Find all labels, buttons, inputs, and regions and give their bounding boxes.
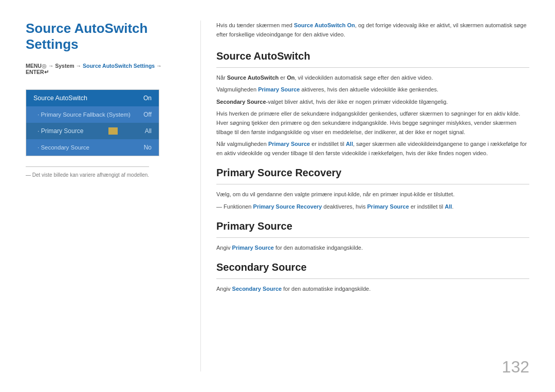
menu-item-primary-fallback[interactable]: · Primary Source Fallback (System) Off [26, 106, 159, 123]
menu-item-label: · Secondary Source [38, 144, 89, 151]
menu-item-value: No [144, 144, 152, 151]
menu-item-value-all: All [145, 127, 152, 135]
section-divider [216, 278, 529, 279]
breadcrumb: MENU◎ → System → Source AutoSwitch Setti… [26, 63, 185, 75]
section-title-secondary: Secondary Source [216, 262, 529, 273]
section-divider [216, 237, 529, 238]
page-number: 132 [502, 358, 529, 377]
section-body-primary: Angiv Primary Source for den automatiske… [216, 243, 529, 252]
section-divider [216, 184, 529, 184]
section-title-autoswitch: Source AutoSwitch [216, 50, 529, 62]
section-primary-source: Primary Source Angiv Primary Source for … [216, 220, 529, 252]
menu-item-label: · Primary Source [38, 127, 83, 135]
section-body-autoswitch: Når Source AutoSwitch er On, vil videoki… [216, 73, 529, 158]
menu-item-primary-source[interactable]: · Primary Source All [26, 123, 159, 139]
section-body-secondary: Angiv Secondary Source for den automatis… [216, 284, 529, 293]
menu-item-label: · Primary Source Fallback (System) [38, 111, 131, 118]
left-column: Source AutoSwitch Settings MENU◎ → Syste… [26, 21, 200, 371]
right-column: Hvis du tænder skærmen med Source AutoSw… [200, 21, 529, 371]
menu-item-value: On [143, 95, 152, 102]
divider [26, 166, 149, 167]
menu-item-secondary-source[interactable]: · Secondary Source No [26, 139, 159, 156]
intro-text: Hvis du tænder skærmen med Source AutoSw… [216, 21, 529, 39]
menu-item-source-autoswitch[interactable]: Source AutoSwitch On [26, 90, 159, 106]
menu-item-value-gold [108, 127, 118, 135]
menu-item-value: Off [143, 111, 152, 118]
section-body-recovery: Vælg, om du vil gendanne den valgte prim… [216, 190, 529, 211]
section-source-autoswitch: Source AutoSwitch Når Source AutoSwitch … [216, 50, 529, 158]
section-divider [216, 67, 529, 68]
note-text: — Det viste billede kan variere afhængig… [26, 171, 185, 179]
page-title: Source AutoSwitch Settings [26, 21, 185, 52]
section-title-recovery: Primary Source Recovery [216, 167, 529, 179]
section-secondary-source: Secondary Source Angiv Secondary Source … [216, 262, 529, 293]
section-title-primary: Primary Source [216, 220, 529, 232]
section-primary-source-recovery: Primary Source Recovery Vælg, om du vil … [216, 167, 529, 211]
menu-box: Source AutoSwitch On · Primary Source Fa… [26, 89, 159, 156]
menu-item-label: Source AutoSwitch [33, 95, 87, 102]
